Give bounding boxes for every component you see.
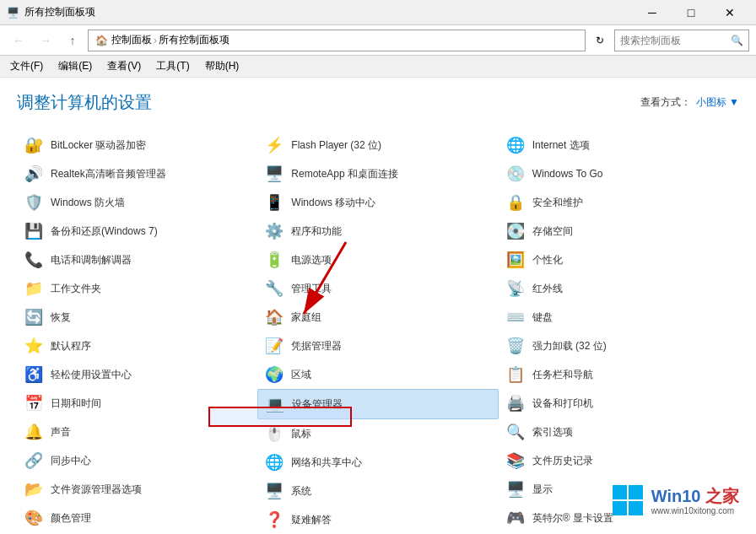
watermark: Win10 之家 www.win10xitong.com: [611, 483, 739, 517]
item-icon: 💽: [505, 221, 526, 241]
menu-tools[interactable]: 工具(T): [149, 57, 196, 75]
item-label: 设备和打印机: [532, 396, 593, 411]
list-item[interactable]: ⚙️程序和功能: [257, 217, 498, 245]
breadcrumb: 控制面板 › 所有控制面板项: [111, 33, 230, 47]
item-label: 电话和调制解调器: [51, 253, 132, 267]
list-item[interactable]: 🔗同步中心: [17, 446, 257, 475]
menu-edit[interactable]: 编辑(E): [51, 57, 99, 75]
forward-button[interactable]: →: [34, 29, 57, 52]
item-icon: 🗑️: [505, 336, 526, 356]
item-label: 红外线: [532, 282, 563, 296]
list-item[interactable]: 🔔声音: [17, 418, 257, 446]
refresh-button[interactable]: ↻: [589, 30, 611, 51]
list-item[interactable]: 🔧管理工具: [257, 274, 498, 303]
item-label: 设备管理器: [292, 397, 343, 412]
items-container: 🔐BitLocker 驱动器加密🔊Realtek高清晰音频管理器🛡️Window…: [17, 131, 739, 534]
search-input[interactable]: [620, 35, 727, 46]
list-item[interactable]: 📚文件历史记录: [499, 446, 739, 475]
svg-rect-4: [613, 501, 627, 515]
list-item[interactable]: 🔄恢复: [17, 303, 257, 332]
list-item[interactable]: 🎨颜色管理: [17, 504, 257, 532]
search-box[interactable]: 🔍: [614, 30, 749, 51]
list-item[interactable]: ⌨️键盘: [499, 303, 739, 332]
title-bar-icon: 🖥️: [7, 7, 19, 19]
item-icon: 📂: [24, 479, 44, 499]
close-button[interactable]: ✕: [710, 0, 749, 25]
item-icon: 🖨️: [505, 393, 526, 413]
list-item[interactable]: 📅日期和时间: [17, 389, 257, 418]
list-item[interactable]: 📂文件资源管理器选项: [17, 475, 257, 504]
win10-url: www.win10xitong.com: [651, 506, 739, 515]
list-item[interactable]: 🌐Internet 选项: [499, 131, 739, 159]
menu-help[interactable]: 帮助(H): [198, 57, 246, 75]
list-item[interactable]: 💿Windows To Go: [499, 159, 739, 188]
list-item[interactable]: 🛡️Windows 防火墙: [17, 188, 257, 217]
svg-rect-3: [629, 485, 643, 499]
list-item[interactable]: 💾备份和还原(Windows 7): [17, 217, 257, 245]
item-label: 显示: [532, 483, 553, 497]
view-selector: 查看方式： 小图标 ▼: [640, 95, 739, 110]
column-1: 🔐BitLocker 驱动器加密🔊Realtek高清晰音频管理器🛡️Window…: [17, 131, 257, 534]
menu-view[interactable]: 查看(V): [100, 57, 148, 75]
minimize-button[interactable]: ─: [633, 0, 672, 25]
list-item[interactable]: 🔒安全和维护: [499, 188, 739, 217]
list-item[interactable]: 🔋电源选项: [257, 245, 498, 274]
list-item[interactable]: 🖨️设备和打印机: [499, 389, 739, 418]
item-icon: 🔋: [264, 250, 284, 270]
list-item[interactable]: 🗑️强力卸载 (32 位): [499, 332, 739, 360]
item-label: 颜色管理: [51, 511, 91, 526]
item-icon: 🖥️: [264, 481, 284, 501]
list-item[interactable]: ⚡Flash Player (32 位): [257, 131, 498, 159]
list-item[interactable]: 🔍索引选项: [499, 418, 739, 446]
breadcrumb-item-2[interactable]: 所有控制面板项: [159, 33, 230, 47]
breadcrumb-item-1[interactable]: 控制面板: [111, 33, 152, 47]
item-icon: 🔐: [24, 135, 44, 155]
list-item[interactable]: 🖥️系统: [257, 477, 498, 505]
maximize-button[interactable]: □: [672, 0, 710, 25]
item-icon: ⭐: [24, 336, 44, 356]
item-icon: 🔒: [505, 192, 526, 213]
menu-file[interactable]: 文件(F): [3, 57, 50, 75]
item-icon: ⚙️: [264, 221, 284, 241]
item-label: 恢复: [51, 310, 71, 325]
item-label: 备份和还原(Windows 7): [51, 224, 158, 239]
list-item[interactable]: 🌍区域: [257, 360, 498, 389]
item-label: Windows 防火墙: [51, 196, 125, 210]
list-item[interactable]: 📞电话和调制解调器: [17, 245, 257, 274]
address-box[interactable]: 🏠 控制面板 › 所有控制面板项: [88, 30, 586, 51]
item-icon: ⚡: [264, 135, 284, 155]
address-bar: ← → ↑ 🏠 控制面板 › 所有控制面板项 ↻ 🔍: [0, 25, 756, 56]
view-value[interactable]: 小图标 ▼: [696, 95, 739, 110]
list-item[interactable]: ❓疑难解答: [257, 505, 498, 534]
list-item[interactable]: 🖥️RemoteApp 和桌面连接: [257, 159, 498, 188]
list-item[interactable]: 📁工作文件夹: [17, 274, 257, 303]
item-label: 疑难解答: [291, 513, 332, 527]
item-label: 区域: [291, 368, 311, 382]
list-item[interactable]: 📡红外线: [499, 274, 739, 303]
list-item[interactable]: 💻设备管理器: [257, 389, 498, 419]
item-label: 默认程序: [51, 339, 91, 353]
list-item[interactable]: 🔐BitLocker 驱动器加密: [17, 131, 257, 159]
list-item[interactable]: 🔊Realtek高清晰音频管理器: [17, 159, 257, 188]
list-item[interactable]: 📱Windows 移动中心: [257, 188, 498, 217]
menu-bar: 文件(F) 编辑(E) 查看(V) 工具(T) 帮助(H): [0, 56, 756, 78]
item-label: 日期和时间: [51, 396, 101, 411]
list-item[interactable]: ⭐默认程序: [17, 332, 257, 360]
list-item[interactable]: 🏠家庭组: [257, 303, 498, 332]
back-button[interactable]: ←: [7, 29, 30, 52]
list-item[interactable]: 🌐网络和共享中心: [257, 448, 498, 477]
win10-brand: Win10 之家: [651, 486, 739, 506]
item-icon: 🎮: [505, 508, 526, 528]
list-item[interactable]: 🖱️鼠标: [257, 419, 498, 448]
item-icon: 🖥️: [505, 479, 526, 499]
list-item[interactable]: 🖼️个性化: [499, 245, 739, 274]
list-item[interactable]: 📋任务栏和导航: [499, 360, 739, 389]
item-label: 任务栏和导航: [532, 368, 593, 382]
list-item[interactable]: 💽存储空间: [499, 217, 739, 245]
item-label: Windows To Go: [532, 168, 603, 180]
list-item[interactable]: 📝凭据管理器: [257, 332, 498, 360]
breadcrumb-sep-1: ›: [154, 35, 157, 46]
list-item[interactable]: ♿轻松使用设置中心: [17, 360, 257, 389]
item-icon: 🖼️: [505, 250, 526, 270]
up-button[interactable]: ↑: [61, 29, 84, 52]
